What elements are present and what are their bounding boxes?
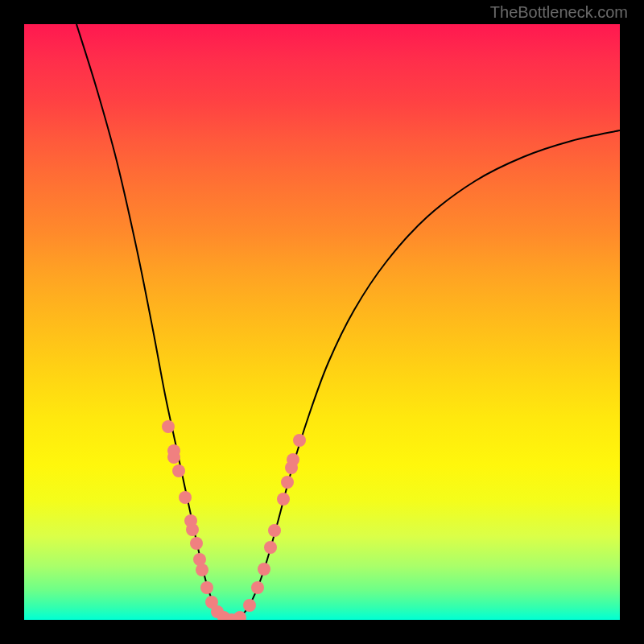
data-point (281, 476, 294, 489)
data-dots (162, 420, 306, 620)
data-point (287, 453, 299, 466)
data-point (196, 564, 208, 576)
data-point (251, 581, 264, 594)
data-point (172, 464, 185, 477)
data-point (162, 420, 175, 433)
data-point (277, 493, 290, 506)
chart-plot-area (24, 24, 620, 620)
data-point (186, 523, 199, 536)
data-point (293, 434, 306, 447)
data-point (258, 563, 270, 576)
data-point (190, 537, 203, 550)
watermark-text: TheBottleneck.com (490, 3, 628, 22)
data-point (179, 491, 192, 504)
chart-svg (24, 24, 620, 620)
data-point (167, 451, 180, 464)
data-point (268, 524, 281, 537)
data-point (243, 599, 256, 612)
curve-right (232, 130, 620, 620)
data-point (264, 541, 277, 554)
data-point (200, 581, 213, 594)
curve-left (76, 24, 232, 620)
